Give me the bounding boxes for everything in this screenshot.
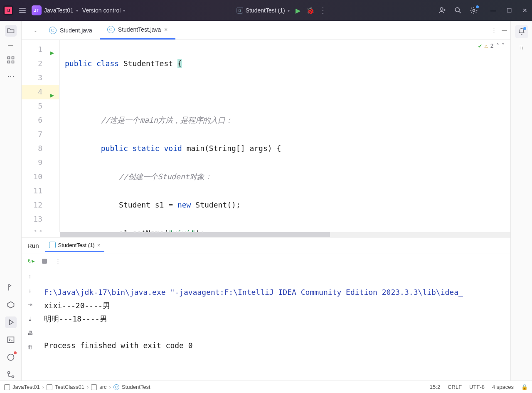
class-icon: C [113, 384, 119, 390]
run-gutter-icon[interactable]: ▶ [50, 88, 54, 102]
chevron-down-icon: ▾ [123, 8, 125, 13]
svg-point-10 [7, 354, 14, 361]
main-menu-button[interactable] [17, 6, 27, 15]
indent-setting[interactable]: 4 spaces [492, 384, 514, 390]
more-tools-icon[interactable]: ⋯ [7, 72, 15, 81]
svg-rect-6 [12, 61, 14, 63]
code-with-me-icon[interactable] [438, 6, 446, 15]
svg-point-0 [440, 7, 443, 10]
print-icon[interactable]: 🖶 [25, 328, 34, 337]
search-icon[interactable] [454, 6, 462, 15]
prev-highlight-icon[interactable]: ˄ [496, 42, 499, 49]
line-separator[interactable]: CRLF [448, 384, 462, 390]
svg-point-12 [12, 376, 14, 378]
run-more-icon[interactable]: ⋮ [53, 257, 62, 266]
svg-rect-5 [7, 61, 10, 63]
project-selector[interactable]: JT JavaTest01 ▾ [32, 5, 78, 15]
file-encoding[interactable]: UTF-8 [469, 384, 485, 390]
services-tool-icon[interactable] [5, 299, 17, 311]
project-badge: JT [32, 5, 42, 15]
soft-wrap-icon[interactable]: ⇥ [25, 300, 34, 309]
warning-icon: ⚠ [484, 42, 488, 49]
svg-point-11 [7, 372, 10, 374]
chevron-down-icon[interactable]: ⌄ [29, 21, 42, 40]
vcs-selector[interactable]: Version control ▾ [82, 7, 126, 14]
tab-student[interactable]: C Student.java [42, 21, 100, 40]
project-tool-icon[interactable] [5, 25, 17, 37]
code-content[interactable]: public class StudentTest { //这是一个main方法，… [60, 40, 510, 232]
status-bar: JavaTest01› TestClass01› src› C StudentT… [0, 381, 532, 393]
horizontal-scrollbar[interactable] [60, 232, 510, 237]
problems-tool-icon[interactable] [5, 351, 17, 363]
line-gutter[interactable]: 1▶ 2 3 4▶ 5 6 7 8 9 10 11 12 13 14 [22, 40, 45, 232]
vcs-tool-icon[interactable] [5, 369, 17, 381]
run-output[interactable]: F:\Java\jdk-17\bin\java.exe "-javaagent:… [38, 268, 510, 381]
run-side-toolbar: ↑ ↓ ⇥ ⤓ 🖶 🗑 [22, 268, 38, 381]
terminal-tool-icon[interactable] [5, 334, 17, 346]
class-icon: C [107, 26, 115, 33]
check-icon: ✔ [478, 42, 482, 49]
scroll-down-icon[interactable]: ↓ [25, 286, 34, 295]
right-rail-label[interactable]: Ti [520, 45, 524, 51]
tab-more-icon[interactable]: ⋮ [491, 27, 497, 33]
tab-studenttest[interactable]: C StudentTest.java × [100, 21, 175, 40]
svg-rect-9 [7, 337, 14, 342]
close-tab-icon[interactable]: × [97, 242, 101, 248]
run-config-selector[interactable]: ⌑ StudentTest (1) ▾ [236, 7, 290, 14]
more-actions-button[interactable]: ⋮ [319, 6, 327, 15]
run-panel-title: Run [27, 242, 39, 249]
folder-icon [91, 384, 97, 390]
svg-point-2 [473, 10, 475, 12]
app-logo: IJ [3, 5, 13, 15]
caret-position[interactable]: 15:2 [430, 384, 440, 390]
run-panel: Run StudentTest (1) × ↻▸ ⋮ ↑ ↓ [22, 237, 510, 381]
hide-editor-icon[interactable]: — [502, 27, 507, 33]
module-icon [47, 384, 52, 390]
minimize-button[interactable]: — [490, 7, 497, 14]
svg-marker-7 [7, 302, 14, 308]
run-config-icon: ⌑ [236, 7, 243, 14]
svg-point-1 [455, 7, 459, 12]
inspections-widget[interactable]: ✔ ⚠ 2 ˄ ˅ [478, 42, 505, 49]
scroll-to-end-icon[interactable]: ⤓ [25, 314, 34, 323]
settings-icon[interactable] [470, 6, 478, 15]
run-tool-icon[interactable] [5, 316, 17, 328]
build-tool-icon[interactable] [5, 282, 17, 293]
clear-icon[interactable]: 🗑 [25, 342, 34, 351]
next-highlight-icon[interactable]: ˅ [502, 42, 505, 49]
chevron-down-icon: ▾ [288, 8, 290, 13]
left-tool-rail: — ⋯ [0, 21, 22, 381]
notifications-icon[interactable] [515, 25, 528, 38]
notification-dot-icon [523, 27, 526, 30]
class-icon: C [49, 27, 57, 34]
rerun-button[interactable]: ↻▸ [27, 257, 36, 266]
reader-mode-icon[interactable]: 🔒 [521, 384, 528, 390]
close-tab-icon[interactable]: × [164, 26, 167, 33]
run-tab-icon [49, 242, 56, 248]
close-button[interactable]: ✕ [521, 7, 529, 14]
editor-tabbar: ⌄ C Student.java C StudentTest.java × ⋮ … [22, 21, 510, 40]
update-dot-icon [476, 5, 479, 8]
debug-button[interactable]: 🐞 [306, 6, 315, 15]
module-icon [4, 384, 10, 390]
scroll-up-icon[interactable]: ↑ [25, 272, 34, 281]
breadcrumb[interactable]: JavaTest01› TestClass01› src› C StudentT… [4, 384, 427, 390]
structure-tool-icon[interactable] [5, 54, 17, 66]
run-gutter-icon[interactable]: ▶ [50, 46, 54, 60]
titlebar: IJ JT JavaTest01 ▾ Version control ▾ ⌑ S… [0, 0, 532, 21]
right-tool-rail: Ti [510, 21, 532, 381]
svg-marker-8 [9, 320, 13, 325]
maximize-button[interactable]: ☐ [505, 7, 513, 14]
project-name: JavaTest01 [44, 7, 74, 14]
svg-rect-3 [7, 57, 10, 59]
code-editor[interactable]: 1▶ 2 3 4▶ 5 6 7 8 9 10 11 12 13 14 publi… [22, 40, 510, 232]
collapse-project-icon[interactable]: — [8, 42, 13, 48]
chevron-down-icon: ▾ [76, 8, 78, 13]
run-button[interactable]: ▶ [294, 6, 302, 15]
run-tab-studenttest[interactable]: StudentTest (1) × [45, 239, 105, 252]
stop-button[interactable] [40, 257, 49, 266]
svg-rect-4 [12, 57, 14, 59]
